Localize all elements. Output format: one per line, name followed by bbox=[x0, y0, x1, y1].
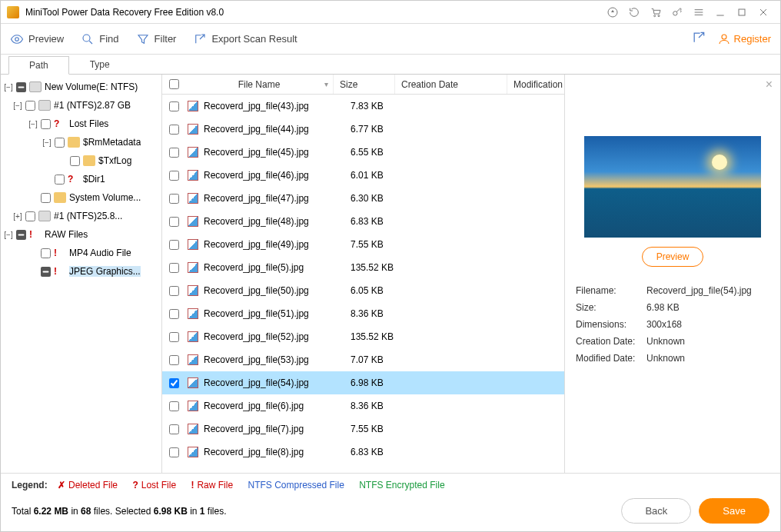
row-checkbox[interactable] bbox=[169, 194, 179, 204]
tree-checkbox[interactable] bbox=[41, 193, 51, 203]
file-row[interactable]: Recoverd_jpg_file(53).jpg7.07 KB bbox=[162, 348, 564, 371]
row-checkbox[interactable] bbox=[169, 401, 179, 411]
back-button[interactable]: Back bbox=[621, 498, 691, 524]
row-checkbox[interactable] bbox=[169, 378, 179, 388]
tree-node[interactable]: ?$Dir1 bbox=[2, 170, 160, 188]
tree-checkbox[interactable] bbox=[16, 82, 26, 92]
tree-checkbox[interactable] bbox=[70, 156, 80, 166]
row-checkbox[interactable] bbox=[169, 101, 179, 111]
col-size[interactable]: Size bbox=[334, 75, 395, 94]
file-row[interactable]: Recoverd_jpg_file(52).jpg135.52 KB bbox=[162, 325, 564, 348]
header-checkbox[interactable] bbox=[162, 75, 185, 94]
tree-node[interactable]: System Volume... bbox=[2, 188, 160, 207]
tree-node[interactable]: [−]$RmMetadata bbox=[2, 133, 160, 151]
refresh-icon[interactable] bbox=[623, 2, 645, 23]
tree-label: #1 (NTFS)2.87 GB bbox=[54, 100, 131, 111]
register-button[interactable]: Register bbox=[717, 32, 771, 46]
row-filename: Recoverd_jpg_file(7).jpg bbox=[201, 424, 344, 434]
tree-toggle-icon[interactable]: [−] bbox=[4, 82, 13, 91]
key-icon[interactable] bbox=[666, 2, 688, 23]
maximize-button[interactable] bbox=[731, 2, 753, 23]
tree-node[interactable]: [+]#1 (NTFS)25.8... bbox=[2, 207, 160, 225]
file-row[interactable]: Recoverd_jpg_file(47).jpg6.30 KB bbox=[162, 187, 564, 210]
file-row[interactable]: Recoverd_jpg_file(44).jpg6.77 KB bbox=[162, 118, 564, 141]
file-row[interactable]: Recoverd_jpg_file(6).jpg8.36 KB bbox=[162, 394, 564, 417]
export-tool[interactable]: Export Scan Result bbox=[193, 32, 297, 46]
row-checkbox[interactable] bbox=[169, 332, 179, 342]
row-checkbox[interactable] bbox=[169, 263, 179, 273]
row-checkbox[interactable] bbox=[169, 125, 179, 135]
tree-toggle-icon[interactable] bbox=[28, 248, 38, 258]
row-checkbox[interactable] bbox=[169, 424, 179, 434]
col-modification[interactable]: Modification bbox=[507, 75, 564, 94]
file-row[interactable]: Recoverd_jpg_file(45).jpg6.55 KB bbox=[162, 141, 564, 164]
tree-node[interactable]: !JPEG Graphics... bbox=[2, 262, 160, 281]
tree-node[interactable]: !MP4 Audio File bbox=[2, 244, 160, 262]
jpg-icon bbox=[188, 262, 198, 273]
tab-path[interactable]: Path bbox=[8, 56, 69, 75]
row-checkbox[interactable] bbox=[169, 217, 179, 227]
tree-checkbox[interactable] bbox=[55, 138, 65, 148]
row-size: 8.36 KB bbox=[344, 401, 406, 411]
tree-checkbox[interactable] bbox=[25, 211, 35, 221]
minimize-button[interactable] bbox=[710, 2, 731, 23]
file-row[interactable]: Recoverd_jpg_file(7).jpg7.55 KB bbox=[162, 417, 564, 441]
upgrade-icon[interactable] bbox=[602, 2, 623, 23]
file-row[interactable]: Recoverd_jpg_file(48).jpg6.83 KB bbox=[162, 210, 564, 233]
tree-toggle-icon[interactable]: [+] bbox=[13, 211, 22, 221]
tree-toggle-icon[interactable] bbox=[58, 156, 67, 165]
file-row[interactable]: Recoverd_jpg_file(49).jpg7.55 KB bbox=[162, 233, 564, 256]
jpg-icon bbox=[188, 447, 198, 457]
file-row[interactable]: Recoverd_jpg_file(5).jpg135.52 KB bbox=[162, 256, 564, 279]
row-checkbox[interactable] bbox=[169, 240, 179, 250]
file-row[interactable]: Recoverd_jpg_file(43).jpg7.83 KB bbox=[162, 95, 564, 118]
tree-checkbox[interactable] bbox=[41, 267, 51, 277]
export-right-icon[interactable] bbox=[691, 30, 706, 48]
file-row[interactable]: Recoverd_jpg_file(50).jpg6.05 KB bbox=[162, 279, 564, 302]
file-row[interactable]: Recoverd_jpg_file(54).jpg6.98 KB bbox=[162, 371, 564, 394]
col-creation-date[interactable]: Creation Date bbox=[395, 75, 507, 94]
tree-toggle-icon[interactable] bbox=[28, 267, 38, 276]
tree-node[interactable]: [−]#1 (NTFS)2.87 GB bbox=[2, 96, 160, 115]
row-filename: Recoverd_jpg_file(43).jpg bbox=[201, 101, 344, 111]
tree-toggle-icon[interactable] bbox=[28, 193, 38, 202]
tree-checkbox[interactable] bbox=[16, 230, 26, 240]
row-checkbox[interactable] bbox=[169, 171, 179, 181]
file-row[interactable]: Recoverd_jpg_file(8).jpg6.83 KB bbox=[162, 441, 564, 464]
file-row[interactable]: Recoverd_jpg_file(51).jpg8.36 KB bbox=[162, 302, 564, 325]
menu-icon[interactable] bbox=[688, 2, 710, 23]
tree-checkbox[interactable] bbox=[41, 248, 51, 258]
preview-tool[interactable]: Preview bbox=[10, 32, 64, 46]
tree-node[interactable]: [−]New Volume(E: NTFS) bbox=[2, 78, 160, 96]
tree-checkbox[interactable] bbox=[25, 101, 35, 111]
tree-toggle-icon[interactable]: [−] bbox=[28, 119, 38, 128]
save-button[interactable]: Save bbox=[699, 498, 769, 524]
file-row[interactable]: Recoverd_jpg_file(46).jpg6.01 KB bbox=[162, 164, 564, 187]
tree-toggle-icon[interactable] bbox=[42, 175, 52, 184]
row-size: 135.52 KB bbox=[344, 331, 406, 342]
row-checkbox[interactable] bbox=[169, 447, 179, 457]
filter-tool[interactable]: Filter bbox=[136, 32, 177, 46]
cart-icon[interactable] bbox=[645, 2, 666, 23]
row-checkbox[interactable] bbox=[169, 309, 179, 319]
row-checkbox[interactable] bbox=[169, 355, 179, 365]
close-button[interactable] bbox=[753, 2, 774, 23]
file-rows[interactable]: Recoverd_jpg_file(43).jpg7.83 KBRecoverd… bbox=[162, 95, 564, 473]
tab-type[interactable]: Type bbox=[69, 55, 131, 74]
col-filename[interactable]: File Name▾ bbox=[185, 75, 334, 94]
find-tool[interactable]: Find bbox=[81, 32, 118, 46]
preview-button[interactable]: Preview bbox=[642, 247, 704, 267]
row-checkbox[interactable] bbox=[169, 286, 179, 296]
svg-point-1 bbox=[654, 15, 656, 16]
tree-node[interactable]: [−]?Lost Files bbox=[2, 115, 160, 133]
tree-toggle-icon[interactable]: [−] bbox=[4, 230, 13, 239]
tree-checkbox[interactable] bbox=[41, 119, 51, 129]
tree-checkbox[interactable] bbox=[55, 175, 65, 185]
tree-node[interactable]: $TxfLog bbox=[2, 151, 160, 170]
tree-toggle-icon[interactable]: [−] bbox=[13, 101, 22, 110]
preview-close-icon[interactable]: × bbox=[766, 78, 773, 91]
tree-node[interactable]: [−]!RAW Files bbox=[2, 225, 160, 244]
tree-toggle-icon[interactable]: [−] bbox=[42, 138, 52, 147]
row-size: 6.05 KB bbox=[344, 285, 406, 296]
row-checkbox[interactable] bbox=[169, 148, 179, 158]
